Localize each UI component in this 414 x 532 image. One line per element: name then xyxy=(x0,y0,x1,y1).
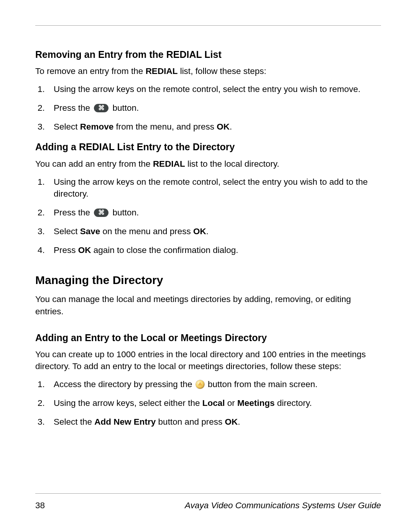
step-item: Press the ⌘ button. xyxy=(35,207,381,218)
intro-adding-redial: You can add an entry from the REDIAL lis… xyxy=(35,158,381,170)
heading-adding-local: Adding an Entry to the Local or Meetings… xyxy=(35,332,381,344)
text: button from the main screen. xyxy=(205,379,318,389)
text-bold: OK xyxy=(225,417,238,427)
command-button-icon: ⌘ xyxy=(94,104,108,112)
page-number: 38 xyxy=(35,501,45,511)
spacer xyxy=(35,264,381,273)
step-item: Select the Add New Entry button and pres… xyxy=(35,416,381,428)
top-rule xyxy=(35,25,381,26)
text: list, follow these steps: xyxy=(177,66,266,76)
intro-managing: You can manage the local and meetings di… xyxy=(35,293,381,317)
heading-adding-redial: Adding a REDIAL List Entry to the Direct… xyxy=(35,141,381,153)
text: button. xyxy=(110,103,139,113)
text: list to the local directory. xyxy=(185,159,279,169)
directory-button-icon xyxy=(196,380,204,389)
document-page: Removing an Entry from the REDIAL List T… xyxy=(0,0,414,532)
heading-removing-entry: Removing an Entry from the REDIAL List xyxy=(35,49,381,61)
step-item: Using the arrow keys on the remote contr… xyxy=(35,176,381,200)
text: . xyxy=(206,227,209,236)
heading-managing-directory: Managing the Directory xyxy=(35,273,381,287)
text: You can add an entry from the xyxy=(35,159,153,169)
text: Press xyxy=(54,245,78,255)
step-item: Press OK again to close the confirmation… xyxy=(35,244,381,256)
text: Using the arrow keys on the remote contr… xyxy=(54,84,360,94)
footer-doc-title: Avaya Video Communications Systems User … xyxy=(185,501,381,511)
step-item: Using the arrow keys, select either the … xyxy=(35,397,381,409)
text: Access the directory by pressing the xyxy=(54,379,195,389)
step-item: Using the arrow keys on the remote contr… xyxy=(35,83,381,95)
steps-adding-redial: Using the arrow keys on the remote contr… xyxy=(35,176,381,256)
text: button and press xyxy=(156,417,225,427)
intro-adding-local: You can create up to 1000 entries in the… xyxy=(35,348,381,372)
text-bold: Save xyxy=(80,227,100,236)
text: Using the arrow keys on the remote contr… xyxy=(54,177,368,199)
text: again to close the confirmation dialog. xyxy=(91,245,238,255)
text: To remove an entry from the xyxy=(35,66,146,76)
footer: 38 Avaya Video Communications Systems Us… xyxy=(35,501,381,511)
steps-removing: Using the arrow keys on the remote contr… xyxy=(35,83,381,133)
step-item: Select Save on the menu and press OK. xyxy=(35,225,381,237)
text-bold: REDIAL xyxy=(153,159,185,169)
text: Press the xyxy=(54,208,92,217)
step-item: Press the ⌘ button. xyxy=(35,102,381,114)
text: on the menu and press xyxy=(100,227,193,236)
command-glyph: ⌘ xyxy=(98,105,105,112)
text: button. xyxy=(110,208,139,217)
step-item: Access the directory by pressing the but… xyxy=(35,378,381,390)
text-bold: OK xyxy=(193,227,206,236)
command-button-icon: ⌘ xyxy=(94,209,108,217)
text: or xyxy=(225,398,237,408)
text-bold: REDIAL xyxy=(146,66,178,76)
text: . xyxy=(230,122,232,131)
intro-removing: To remove an entry from the REDIAL list,… xyxy=(35,65,381,77)
text: . xyxy=(238,417,240,427)
text: directory. xyxy=(275,398,312,408)
spacer xyxy=(35,323,381,332)
text-bold: OK xyxy=(217,122,230,131)
text: Select xyxy=(54,227,80,236)
text: Select xyxy=(54,122,80,131)
command-glyph: ⌘ xyxy=(98,209,105,216)
steps-adding-local: Access the directory by pressing the but… xyxy=(35,378,381,428)
text: Using the arrow keys, select either the xyxy=(54,398,202,408)
text-bold: OK xyxy=(78,245,91,255)
step-item: Select Remove from the menu, and press O… xyxy=(35,121,381,133)
text: from the menu, and press xyxy=(113,122,217,131)
bottom-rule xyxy=(35,493,381,494)
text-bold: Meetings xyxy=(237,398,275,408)
text-bold: Local xyxy=(202,398,225,408)
text-bold: Remove xyxy=(80,122,114,131)
text-bold: Add New Entry xyxy=(94,417,156,427)
text: Press the xyxy=(54,103,92,113)
text: Select the xyxy=(54,417,94,427)
